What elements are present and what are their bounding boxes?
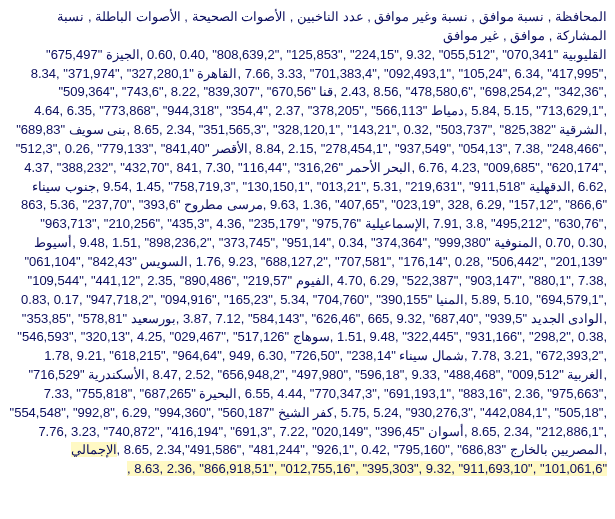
row-values: "009,512" ,"488,468" ,9.33 ,"596,18" ,"4… [145, 367, 567, 382]
row-name: قنا [319, 84, 333, 99]
row-values: "825,382" ,"503,737" ,0.32 ,"143,21" ,"3… [126, 122, 559, 137]
table-header: المحافظة , نسبة موافق , نسبة وغير موافق … [8, 8, 607, 46]
row-name: الغربية [567, 367, 603, 382]
row-values: "939,5" ,"687,40" ,9.32 ,665 ,"626,46" ,… [176, 311, 531, 326]
row-name: بنى سويف [69, 122, 127, 137]
row-name: المصريين بالخارج [510, 442, 604, 457]
row-values: "686,83" ,"795,160" ,0.42 ,"926,1" ,"481… [117, 442, 510, 457]
row-name: المنوفية [494, 235, 538, 250]
row-name: القليوبية [562, 47, 607, 62]
row-values: "201,139" ,"506,442" ,0.28 ,"176,14" ,"7… [188, 254, 607, 269]
row-values: "070,341" ,"055,512" ,9.32 ,"224,15" ,"1… [140, 47, 562, 62]
row-name: البحر الأحمر [347, 160, 412, 175]
row-name: سوهاج [293, 329, 330, 344]
data-row: المصريين بالخارج "686,83" ,"795,160" ,0.… [117, 442, 604, 457]
data-row: الوادى الجديد "939,5" ,"687,40" ,9.32 ,6… [176, 311, 604, 326]
row-name: البحيرة [199, 386, 237, 401]
row-name: بورسعيد [131, 311, 176, 326]
row-name: الأسكندرية [88, 367, 145, 382]
row-values: "866,6" ,"157,12" ,6.29 ,328 ,"023,19" ,… [263, 197, 607, 212]
row-name: الوادى الجديد [531, 311, 604, 326]
row-name: شمال سيناء [399, 348, 464, 363]
data-row: المنوفية "999,380" ,"374,364" ,0.34 ,"95… [72, 235, 538, 250]
row-name: جنوب سيناء [32, 179, 96, 194]
row-values: "911,518" ,"219,631" ,5.31 ,"013,21" ,"1… [96, 179, 529, 194]
row-name: الفيوم [296, 273, 330, 288]
row-name: الإجمالي [71, 442, 117, 457]
row-name: القاهرة [197, 66, 237, 81]
row-name: الجيزة [106, 47, 140, 62]
data-row: الدقهلية "911,518" ,"219,631" ,5.31 ,"01… [96, 179, 571, 194]
row-name: المنيا [436, 292, 464, 307]
row-name: كفر الشيخ [278, 405, 334, 420]
row-values: "101,061,6" ,"911,693,10" ,9.32 ,"395,30… [127, 461, 607, 476]
row-name: الإسماعيلية [365, 216, 426, 231]
row-name: الشرقية [559, 122, 603, 137]
row-values: "999,380" ,"374,364" ,0.34 ,"951,14" ,"3… [72, 235, 494, 250]
row-name: الدقهلية [529, 179, 571, 194]
row-name: دمياط [431, 103, 464, 118]
data-rows: القليوبية "070,341" ,"055,512" ,9.32 ,"2… [8, 46, 607, 479]
data-row: الغربية "009,512" ,"488,468" ,9.33 ,"596… [145, 367, 603, 382]
data-row: الشرقية "825,382" ,"503,737" ,0.32 ,"143… [126, 122, 603, 137]
row-name: أسوان [428, 424, 464, 439]
row-name: مرسى مطروح [184, 197, 263, 212]
data-row: القليوبية "070,341" ,"055,512" ,9.32 ,"2… [140, 47, 607, 62]
row-name: السويس [140, 254, 188, 269]
row-name: الأقصر [213, 141, 248, 156]
row-name: أسيوط [34, 235, 72, 250]
